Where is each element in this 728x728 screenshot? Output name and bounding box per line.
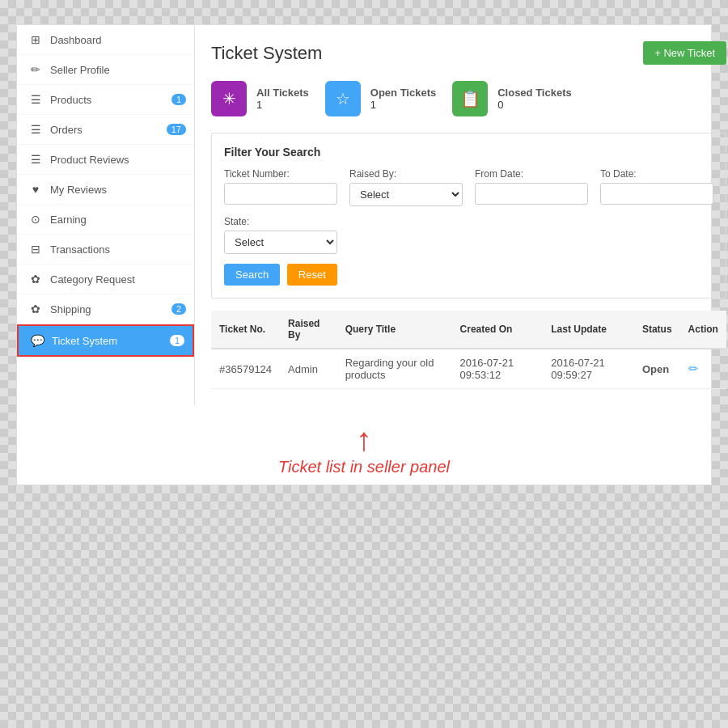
stat-label-all-tickets: All Tickets [256,87,309,99]
table-header-ticket-no-: Ticket No. [211,311,280,349]
sidebar-item-label-transactions: Transactions [50,243,110,256]
sidebar-item-category-request[interactable]: ✿Category Request [17,265,194,294]
table-header-last-update: Last Update [543,311,634,349]
table-header-row: Ticket No.Raised ByQuery TitleCreated On… [211,311,726,349]
table-header: Ticket No.Raised ByQuery TitleCreated On… [211,311,726,349]
stat-card-all-tickets: ✳All Tickets1 [211,81,309,116]
edit-icon[interactable]: ✏ [688,362,699,375]
query-title: Regarding your old products [337,349,452,389]
annotation-text: Ticket list in seller panel [278,458,450,476]
transactions-icon: ⊟ [29,243,42,256]
my-reviews-icon: ♥ [29,183,42,196]
search-button[interactable]: Search [224,264,280,286]
page-title: Ticket System [211,43,322,64]
sidebar-item-products[interactable]: ☰Products1 [17,85,194,115]
ticket-table: Ticket No.Raised ByQuery TitleCreated On… [211,311,726,389]
filter-actions: Search Reset [224,264,713,286]
sidebar-item-ticket-system[interactable]: 💬Ticket System1 [17,324,194,357]
sidebar-item-my-reviews[interactable]: ♥My Reviews [17,175,194,205]
stat-icon-open-tickets: ☆ [325,81,361,116]
raised-by-select[interactable]: Select [349,183,463,206]
stat-info-all-tickets: All Tickets1 [256,87,309,111]
sidebar-item-shipping[interactable]: ✿Shipping2 [17,294,194,324]
stat-info-open-tickets: Open Tickets1 [370,87,436,111]
stat-count-all-tickets: 1 [256,99,309,111]
table-row: #36579124AdminRegarding your old product… [211,349,726,389]
new-ticket-button[interactable]: + New Ticket [643,41,726,65]
filter-row-2: State: Select [224,216,713,254]
dashboard-icon: ⊞ [29,33,42,46]
sidebar-item-label-product-reviews: Product Reviews [50,154,129,166]
sidebar-item-transactions[interactable]: ⊟Transactions [17,235,194,265]
stat-label-open-tickets: Open Tickets [370,87,436,99]
sidebar-item-label-seller-profile: Seller Profile [50,64,110,76]
category-request-icon: ✿ [29,273,42,286]
products-icon: ☰ [29,93,42,106]
table-header-action: Action [680,311,726,349]
to-date-input[interactable] [600,183,713,205]
filter-row-1: Ticket Number: Raised By: Select From Da… [224,168,713,206]
stat-count-open-tickets: 1 [370,99,436,111]
created-on: 2016-07-21 09:53:12 [452,349,544,389]
state-label: State: [224,216,337,227]
sidebar-badge-shipping: 2 [171,303,186,315]
sidebar-item-product-reviews[interactable]: ☰Product Reviews [17,145,194,175]
state-select[interactable]: Select [224,231,337,254]
sidebar-item-dashboard[interactable]: ⊞Dashboard [17,25,194,55]
to-date-group: To Date: [600,168,713,206]
ticket-number-group: Ticket Number: [224,168,337,206]
last-update: 2016-07-21 09:59:27 [543,349,634,389]
sidebar-item-label-dashboard: Dashboard [50,34,102,46]
sidebar-item-label-shipping: Shipping [50,303,91,315]
annotation-arrow: ↑ [17,421,711,458]
from-date-group: From Date: [475,168,588,206]
status: Open [634,349,680,389]
filter-title: Filter Your Search [224,146,713,159]
ticket-number-label: Ticket Number: [224,168,337,180]
to-date-label: To Date: [600,168,713,180]
sidebar-item-label-ticket-system: Ticket System [52,335,117,347]
sidebar-badge-products: 1 [171,94,186,105]
ticket-stats: ✳All Tickets1☆Open Tickets1📋Closed Ticke… [211,81,726,116]
reset-button[interactable]: Reset [287,264,337,286]
sidebar-item-label-category-request: Category Request [50,273,135,286]
action-cell: ✏ [680,349,726,389]
earning-icon: ⊙ [29,213,42,226]
table-header-created-on: Created On [452,311,544,349]
stat-info-closed-tickets: Closed Tickets0 [497,87,572,111]
table-header-query-title: Query Title [337,311,452,349]
sidebar-item-label-orders: Orders [50,124,83,136]
stat-card-closed-tickets: 📋Closed Tickets0 [452,81,572,116]
sidebar-item-seller-profile[interactable]: ✏Seller Profile [17,55,194,85]
seller-profile-icon: ✏ [29,63,42,76]
ticket-no: #36579124 [211,349,280,389]
stat-card-open-tickets: ☆Open Tickets1 [325,81,436,116]
table-header-raised-by: Raised By [280,311,337,349]
stat-count-closed-tickets: 0 [497,99,572,111]
raised-by: Admin [280,349,337,389]
table-body: #36579124AdminRegarding your old product… [211,349,726,389]
sidebar-item-earning[interactable]: ⊙Earning [17,205,194,235]
sidebar: ⊞Dashboard✏Seller Profile☰Products1☰Orde… [17,25,195,405]
sidebar-item-orders[interactable]: ☰Orders17 [17,115,194,145]
annotation: ↑ Ticket list in seller panel [17,405,711,485]
sidebar-item-label-earning: Earning [50,214,87,226]
state-group: State: Select [224,216,337,254]
stat-label-closed-tickets: Closed Tickets [497,87,572,99]
stat-icon-all-tickets: ✳ [211,81,247,116]
from-date-label: From Date: [475,168,588,180]
stat-icon-closed-tickets: 📋 [452,81,488,116]
product-reviews-icon: ☰ [29,153,42,166]
table-header-status: Status [634,311,680,349]
sidebar-item-label-products: Products [50,94,91,106]
sidebar-item-label-my-reviews: My Reviews [50,184,107,196]
page-header: Ticket System + New Ticket [211,41,726,65]
ticket-number-input[interactable] [224,183,337,205]
shipping-icon: ✿ [29,303,42,315]
ticket-system-icon: 💬 [31,334,44,347]
from-date-input[interactable] [475,183,588,205]
sidebar-badge-orders: 17 [167,124,186,135]
raised-by-label: Raised By: [349,168,463,180]
raised-by-group: Raised By: Select [349,168,463,206]
filter-section: Filter Your Search Ticket Number: Raised… [211,133,726,298]
